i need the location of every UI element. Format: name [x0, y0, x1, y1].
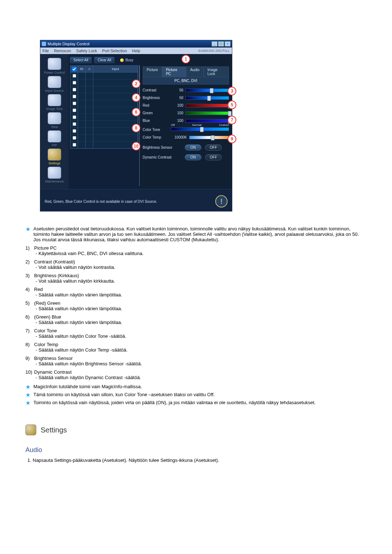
col-input: Input	[93, 66, 138, 72]
footer-note: Red, Green, Blue Color Control is not av…	[45, 200, 157, 204]
menu-remocon[interactable]: Remocon	[54, 49, 71, 53]
table-row[interactable]	[70, 128, 138, 135]
sidebar-item-pip[interactable]: PIP	[43, 130, 66, 147]
callout-5: 5	[228, 100, 236, 109]
note-star-4: ★ Toiminto on käytössä vain näytöissä, j…	[25, 400, 367, 406]
slider-color-temp[interactable]	[189, 136, 229, 139]
callout-2: 2	[132, 79, 140, 88]
busy-indicator: Busy	[120, 58, 133, 62]
app-icon	[42, 42, 46, 46]
list-item: 1)Picture PC- Käytettävissä vain PC, BNC…	[25, 245, 367, 256]
tab-picture-pc[interactable]: Picture PC	[162, 66, 186, 77]
star-icon: ★	[25, 226, 30, 242]
row-red: Red 100	[143, 103, 229, 107]
sidebar-item-maintenance[interactable]: Maintenance	[43, 167, 66, 183]
col-id: ID	[78, 66, 86, 72]
menu-file[interactable]: File	[42, 49, 49, 53]
menubar: File Remocon Safety Lock Port Selection …	[40, 48, 232, 54]
close-button[interactable]: ×	[225, 41, 230, 46]
callout-8: 8	[132, 124, 140, 132]
slider-contrast[interactable]	[185, 89, 229, 92]
brightness-sensor-on[interactable]: ON	[185, 144, 201, 151]
note-star-1: ★ Asetusten perustiedot ovat tietoruuduk…	[25, 226, 367, 242]
table-row[interactable]	[70, 135, 138, 141]
tab-audio[interactable]: Audio	[186, 66, 204, 77]
table-row[interactable]	[70, 114, 138, 121]
warning-icon: !	[215, 195, 228, 208]
menu-safety-lock[interactable]: Safety Lock	[76, 49, 97, 53]
table-row[interactable]	[70, 121, 138, 128]
grid-header: ID ⚠ Input	[70, 65, 138, 73]
image-size-icon	[48, 94, 61, 106]
note-star-2: ★ MagicInfoin tulolähde toimii vain Magi…	[25, 384, 367, 390]
sidebar: Power Control Input Source Image Size Ti…	[40, 54, 69, 189]
settings-heading: Settings	[25, 424, 367, 435]
list-item: 7)Color Tone- Säätää valitun näytön Colo…	[25, 328, 367, 339]
col-check[interactable]	[70, 66, 78, 72]
row-green: Green 100	[143, 111, 229, 115]
list-item: 10)Dynamic Contrast- Säätää valitun näyt…	[25, 369, 367, 380]
document-body: ★ Asetusten perustiedot ovat tietoruuduk…	[25, 226, 367, 463]
table-row[interactable]	[70, 141, 138, 148]
minimize-button[interactable]: _	[212, 41, 217, 46]
star-icon: ★	[25, 400, 30, 406]
table-row[interactable]	[70, 100, 138, 107]
footer-note-bar: Red, Green, Blue Color Control is not av…	[40, 189, 232, 211]
sidebar-item-time[interactable]: Time	[43, 112, 66, 129]
list-item: 8)Color Temp- Säätää valitun näytön Colo…	[25, 342, 367, 353]
table-row[interactable]	[70, 107, 138, 114]
list-item: 3)Brightness (Kirkkaus)- Voit säätää val…	[25, 273, 367, 284]
list-item: 6)(Green) Blue- Säätää valitun näytön vä…	[25, 314, 367, 325]
slider-brightness[interactable]	[185, 96, 229, 100]
callout-9: 9	[228, 135, 236, 143]
sidebar-item-input-source[interactable]: Input Source	[43, 76, 66, 93]
table-row[interactable]	[70, 93, 138, 100]
maximize-button[interactable]: ▢	[218, 41, 224, 46]
dynamic-contrast-off[interactable]: OFF	[205, 154, 222, 160]
callout-10: 10	[132, 142, 140, 151]
list-item: 9)Brightness Sensor- Säätää valitun näyt…	[25, 356, 367, 366]
settings-tabs: Picture Picture PC Audio Image Lock	[143, 66, 229, 77]
menu-help[interactable]: Help	[132, 49, 140, 53]
sidebar-item-settings[interactable]: Settings	[43, 148, 66, 165]
brightness-sensor-off[interactable]: OFF	[205, 144, 222, 151]
tab-picture[interactable]: Picture	[143, 66, 162, 77]
row-dynamic-contrast: Dynamic Contrast ON OFF	[143, 154, 229, 160]
slider-color-tone[interactable]	[171, 127, 229, 131]
row-color-temp: Color Temp 10000K	[143, 135, 229, 139]
app-window: Multiple Display Control _ ▢ × File Remo…	[40, 40, 232, 212]
row-brightness: Brightness 50	[143, 96, 229, 100]
tab-image-lock[interactable]: Image Lock	[204, 66, 229, 77]
row-color-tone: Color Tone Off Normal Custom	[143, 128, 229, 132]
titlebar: Multiple Display Control _ ▢ ×	[40, 40, 232, 48]
table-row[interactable]	[70, 73, 138, 79]
callout-7: 7	[228, 116, 236, 124]
sidebar-item-image-size[interactable]: Image Size	[43, 94, 66, 111]
callout-3: 3	[228, 87, 236, 95]
table-row[interactable]	[70, 79, 138, 86]
clear-all-button[interactable]: Clear All	[94, 57, 114, 63]
audio-steps: Napsauta Settings-pääkuvaketta (Asetukse…	[33, 457, 367, 463]
dynamic-contrast-on[interactable]: ON	[185, 154, 201, 160]
select-all-button[interactable]: Select All	[70, 57, 91, 63]
list-item: 5)(Red) Green- Säätää valitun näytön vär…	[25, 300, 367, 311]
sidebar-item-power-control[interactable]: Power Control	[43, 58, 66, 74]
slider-red[interactable]	[185, 104, 229, 107]
table-row[interactable]	[70, 86, 138, 93]
brand-label: SAMSUNG DIGITALL	[198, 49, 230, 53]
row-brightness-sensor: Brightness Sensor ON OFF	[143, 144, 229, 151]
slider-green[interactable]	[185, 111, 229, 115]
menu-port-selection[interactable]: Port Selection	[102, 49, 127, 53]
time-icon	[48, 112, 61, 124]
audio-heading: Audio	[25, 446, 367, 454]
star-icon: ★	[25, 384, 30, 390]
input-icon	[48, 76, 61, 88]
pip-icon	[48, 130, 61, 143]
maintenance-icon	[48, 167, 61, 179]
subheader: PC, BNC, DVI	[143, 77, 229, 85]
list-item: 4)Red- Säätää valitun näytön värien lämp…	[25, 287, 367, 297]
definition-list: 1)Picture PC- Käytettävissä vain PC, BNC…	[25, 245, 367, 380]
list-item: Napsauta Settings-pääkuvaketta (Asetukse…	[33, 457, 367, 463]
settings-icon	[48, 148, 61, 161]
slider-blue[interactable]	[185, 119, 229, 123]
